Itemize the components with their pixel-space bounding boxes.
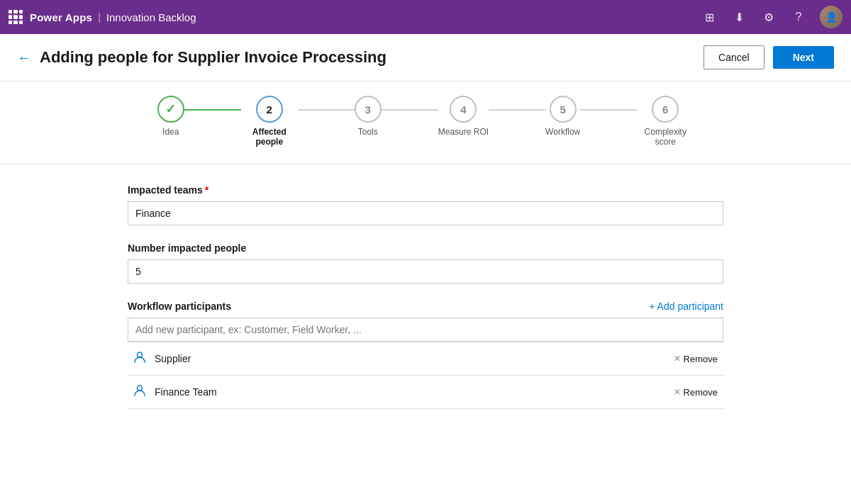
step-circle-roi: 4 — [450, 96, 477, 123]
step-circle-workflow: 5 — [550, 96, 577, 123]
step-label-complexity: Complexity score — [637, 127, 694, 147]
topbar: Power Apps | Innovation Backlog ⊞ ⬇ ⚙ ? … — [0, 0, 851, 34]
participants-label: Workflow participants — [128, 301, 231, 312]
number-impacted-label: Number impacted people — [128, 242, 723, 254]
next-button[interactable]: Next — [773, 46, 834, 69]
step-tools: 3 Tools — [355, 96, 382, 137]
participant-list: Supplier ✕ Remove Finance Team — [128, 342, 723, 409]
header-actions: Cancel Next — [703, 45, 834, 69]
impacted-teams-input[interactable] — [128, 201, 723, 225]
step-label-tools: Tools — [358, 127, 378, 137]
avatar-image: 👤 — [820, 6, 842, 28]
screen-icon[interactable]: ⊞ — [701, 9, 718, 26]
step-label-idea: Idea — [162, 127, 179, 137]
add-participant-button[interactable]: + Add participant — [649, 301, 723, 312]
settings-icon[interactable]: ⚙ — [760, 9, 777, 26]
step-circle-complexity: 6 — [652, 96, 679, 123]
topbar-separator: | — [98, 11, 101, 23]
svg-point-1 — [138, 386, 143, 391]
impacted-teams-label: Impacted teams* — [128, 184, 723, 196]
remove-x-icon-supplier: ✕ — [674, 354, 681, 364]
remove-supplier-button[interactable]: ✕ Remove — [674, 354, 718, 364]
step-roi: 4 Measure ROI — [438, 96, 489, 137]
back-button[interactable]: ← — [17, 50, 31, 66]
step-idea: ✓ Idea — [157, 96, 184, 137]
topbar-right: ⊞ ⬇ ⚙ ? 👤 — [701, 6, 842, 28]
connector-4 — [489, 109, 545, 111]
page-title: Adding people for Supplier Invoice Proce… — [40, 48, 703, 67]
avatar[interactable]: 👤 — [820, 6, 842, 28]
step-workflow: 5 Workflow — [545, 96, 580, 137]
step-affected: 2 Affected people — [241, 96, 298, 147]
participants-group: Workflow participants + Add participant … — [128, 301, 723, 409]
svg-point-0 — [138, 352, 143, 357]
step-complexity: 6 Complexity score — [637, 96, 694, 147]
participant-name-finance: Finance Team — [155, 386, 674, 398]
participant-row: Finance Team ✕ Remove — [128, 376, 723, 409]
app-name: Power Apps — [30, 11, 92, 23]
grid-icon[interactable] — [9, 10, 23, 24]
participants-header: Workflow participants + Add participant — [128, 301, 723, 312]
help-icon[interactable]: ? — [790, 9, 807, 26]
participant-name-supplier: Supplier — [155, 353, 674, 364]
participant-input[interactable] — [128, 318, 723, 342]
participant-row: Supplier ✕ Remove — [128, 342, 723, 376]
participant-person-icon-supplier — [133, 351, 146, 366]
step-circle-affected: 2 — [256, 96, 283, 123]
step-label-workflow: Workflow — [545, 127, 580, 137]
number-impacted-input[interactable] — [128, 259, 723, 284]
page-header: ← Adding people for Supplier Invoice Pro… — [0, 34, 851, 82]
form-area: Impacted teams* Number impacted people W… — [0, 164, 851, 446]
connector-2 — [298, 109, 355, 111]
step-label-roi: Measure ROI — [438, 127, 489, 137]
step-label-affected: Affected people — [241, 127, 298, 147]
cancel-button[interactable]: Cancel — [703, 45, 764, 69]
step-circle-tools: 3 — [355, 96, 382, 123]
steps-container: ✓ Idea 2 Affected people 3 Tools 4 Measu… — [0, 82, 851, 164]
remove-x-icon-finance: ✕ — [674, 387, 681, 397]
main-content: ← Adding people for Supplier Invoice Pro… — [0, 34, 851, 504]
page-name: Innovation Backlog — [106, 11, 196, 23]
participant-person-icon-finance — [133, 384, 146, 400]
impacted-teams-group: Impacted teams* — [128, 184, 723, 225]
step-circle-idea: ✓ — [157, 96, 184, 123]
connector-1 — [184, 109, 241, 111]
number-impacted-group: Number impacted people — [128, 242, 723, 284]
download-icon[interactable]: ⬇ — [730, 9, 747, 26]
required-indicator: * — [205, 184, 208, 196]
connector-3 — [382, 109, 438, 111]
remove-finance-button[interactable]: ✕ Remove — [674, 387, 718, 398]
check-icon-idea: ✓ — [165, 101, 176, 117]
connector-5 — [580, 109, 637, 111]
